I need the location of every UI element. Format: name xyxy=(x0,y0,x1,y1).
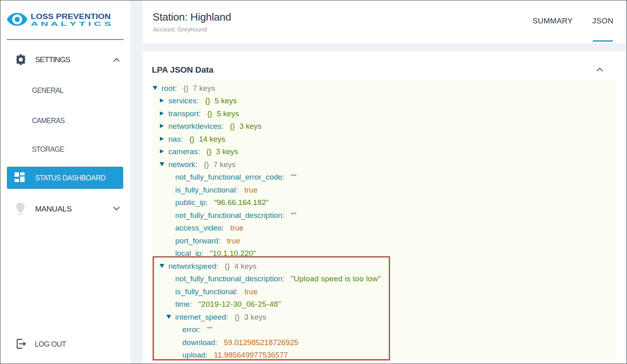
svg-text:LOSS PREVENTION: LOSS PREVENTION xyxy=(31,13,111,20)
svg-text:A N A L Y T I C S: A N A L Y T I C S xyxy=(31,21,111,27)
